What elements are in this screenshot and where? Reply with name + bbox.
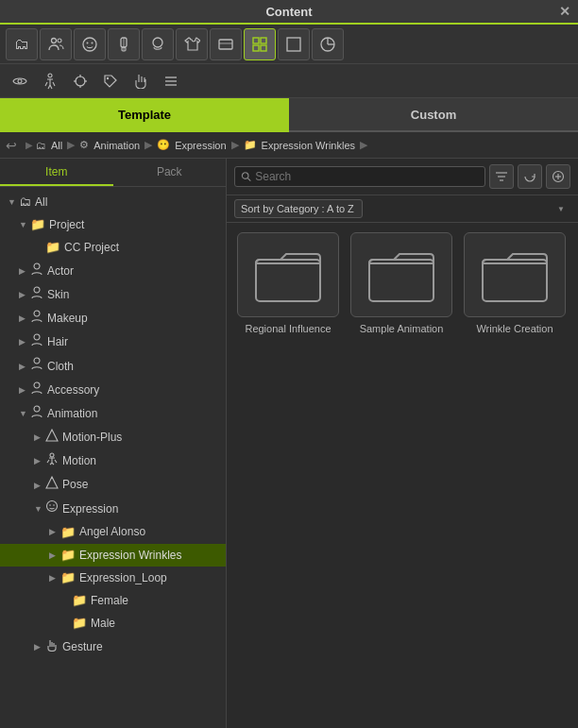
svg-point-30 (34, 311, 40, 316)
grid-item-wrinkle-creation[interactable]: Wrinkle Creation (463, 232, 567, 334)
label-cloth: Cloth (47, 359, 74, 375)
search-input[interactable] (255, 170, 479, 183)
sort-bar: Sort by Category : A to ZSort by Name : … (227, 195, 578, 223)
icon-motion-plus (45, 429, 59, 447)
toolbar-people-btn[interactable] (40, 28, 72, 60)
grid-label-wrinkle-creation: Wrinkle Creation (476, 323, 552, 334)
grid-item-regional-influence[interactable]: Regional Influence (236, 232, 340, 334)
tree-item-cloth[interactable]: ▶ Cloth (0, 354, 226, 378)
icon-angel-alonso: 📁 (60, 524, 76, 541)
toolbar-face-btn[interactable] (74, 28, 106, 60)
sort-select-wrap[interactable]: Sort by Category : A to ZSort by Name : … (234, 199, 570, 218)
icon-female: 📁 (72, 592, 87, 609)
arrow-all: ▼ (8, 196, 19, 209)
tree-item-project[interactable]: ▼ 📁 Project (0, 213, 226, 236)
label-animation: Animation (47, 406, 97, 422)
tree-item-expression[interactable]: ▼ Expression (0, 497, 226, 520)
tree-item-actor[interactable]: ▶ Actor (0, 260, 226, 283)
tree-item-female[interactable]: ▶ 📁 Female (0, 589, 226, 612)
breadcrumb-expression[interactable]: Expression (175, 140, 226, 151)
label-project: Project (49, 217, 84, 233)
grid-label-regional-influence: Regional Influence (245, 323, 331, 334)
toolbar-shirt-btn[interactable] (176, 28, 208, 60)
svg-point-24 (107, 76, 109, 78)
refresh-button[interactable] (518, 164, 542, 189)
label-gesture: Gesture (62, 639, 103, 655)
toolbar-grid-btn[interactable] (244, 28, 276, 60)
svg-point-2 (83, 38, 96, 51)
toolbar2-list-btn[interactable] (157, 68, 185, 94)
breadcrumb-icon4: 📁 (244, 139, 257, 151)
right-panel: Sort by Category : A to ZSort by Name : … (227, 159, 578, 728)
label-pose: Pose (62, 477, 88, 493)
toolbar-folder-btn[interactable]: 🗂 (6, 28, 38, 60)
svg-rect-11 (253, 38, 259, 43)
svg-point-40 (53, 505, 55, 507)
tab-template[interactable]: Template (0, 98, 289, 132)
tree-item-skin[interactable]: ▶ Skin (0, 283, 226, 307)
toolbar2-eye-btn[interactable] (6, 68, 34, 94)
tree-item-expression-loop[interactable]: ▶ 📁 Expression_Loop (0, 567, 226, 589)
toolbar-makeup-btn[interactable] (108, 28, 140, 60)
arrow-expression-wrinkles: ▶ (49, 550, 60, 562)
close-button[interactable]: ✕ (559, 4, 570, 19)
breadcrumb-animation[interactable]: Animation (94, 140, 140, 151)
tree-item-angel-alonso[interactable]: ▶ 📁 Angel Alonso (0, 521, 226, 544)
arrow-expression: ▼ (34, 503, 45, 516)
toolbar-shape-btn[interactable] (278, 28, 310, 60)
tree-item-hair[interactable]: ▶ Hair (0, 330, 226, 354)
arrow-animation: ▼ (19, 408, 30, 420)
sub-tab-pack[interactable]: Pack (113, 159, 227, 186)
left-panel: Item Pack ▼ 🗂 All ▼ 📁 Project ▶ 📁 CC Pro… (0, 159, 227, 728)
folder-icon-sample-animation (350, 232, 452, 317)
search-input-wrap[interactable] (234, 166, 485, 187)
toolbar2-tag-btn[interactable] (96, 68, 125, 94)
tab-custom[interactable]: Custom (289, 98, 578, 132)
tree-item-makeup[interactable]: ▶ Makeup (0, 307, 226, 330)
tree-item-male[interactable]: ▶ 📁 Male (0, 612, 226, 635)
main-tab-row: Template Custom (0, 98, 578, 132)
back-button[interactable]: ↩ (6, 138, 17, 153)
tree-item-expression-wrinkles[interactable]: ▶ 📁 Expression Wrinkles (0, 544, 226, 567)
label-all: All (35, 195, 47, 211)
toolbar2-hand-btn[interactable] (127, 68, 155, 94)
svg-point-17 (18, 79, 22, 83)
toolbar-head-btn[interactable] (142, 28, 174, 60)
breadcrumb-all[interactable]: All (51, 140, 62, 151)
svg-point-32 (34, 358, 40, 364)
breadcrumb-expression-wrinkles[interactable]: Expression Wrinkles (262, 140, 355, 151)
toolbar-pie-btn[interactable] (312, 28, 344, 60)
filter-button[interactable] (489, 164, 514, 189)
arrow-actor: ▶ (19, 265, 30, 278)
breadcrumb: ↩ ▶ 🗂 All ▶ ⚙ Animation ▶ 😶 Expression ▶… (0, 132, 578, 159)
tree-item-gesture[interactable]: ▶ Gesture (0, 635, 226, 659)
toolbar-frame-btn[interactable] (210, 28, 242, 60)
sub-tab-item[interactable]: Item (0, 159, 113, 186)
arrow-cloth: ▶ (19, 361, 30, 373)
label-actor: Actor (47, 263, 74, 279)
arrow-motion-plus: ▶ (34, 432, 45, 444)
icon-hair (30, 333, 43, 351)
grid-item-sample-animation[interactable]: Sample Animation (349, 232, 453, 334)
sort-select[interactable]: Sort by Category : A to ZSort by Name : … (234, 199, 363, 218)
tree-item-animation[interactable]: ▼ Animation (0, 402, 226, 426)
label-makeup: Makeup (47, 311, 88, 327)
icon-animation (30, 405, 43, 423)
tree-item-motion[interactable]: ▶ Motion (0, 449, 226, 473)
expand-button[interactable] (546, 164, 570, 189)
tree-item-accessory[interactable]: ▶ Accessory (0, 379, 226, 402)
breadcrumb-expand-icon[interactable]: ▶ (26, 140, 33, 150)
icon-motion (45, 452, 59, 470)
tree-item-pose[interactable]: ▶ Pose (0, 473, 226, 497)
svg-point-18 (48, 74, 52, 77)
svg-rect-14 (261, 45, 266, 51)
label-angel-alonso: Angel Alonso (79, 524, 145, 540)
arrow-skin: ▶ (19, 289, 30, 301)
svg-point-41 (242, 173, 248, 179)
toolbar2-crosshair-btn[interactable] (66, 68, 94, 94)
tree-item-cc-project[interactable]: ▶ 📁 CC Project (0, 236, 226, 259)
tree-item-motion-plus[interactable]: ▶ Motion-Plus (0, 426, 226, 449)
toolbar2-figure-btn[interactable] (36, 68, 64, 94)
svg-point-33 (34, 382, 40, 388)
tree-item-all[interactable]: ▼ 🗂 All (0, 191, 226, 213)
